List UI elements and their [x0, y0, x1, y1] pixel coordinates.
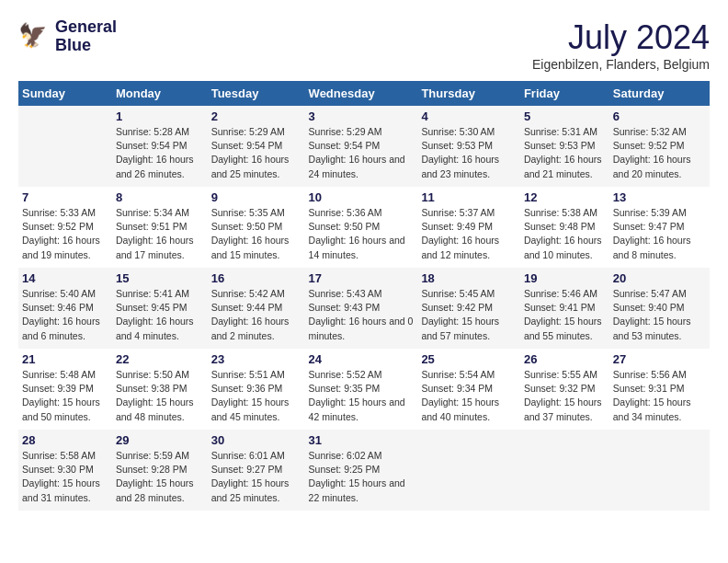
- calendar-cell: 18Sunrise: 5:45 AM Sunset: 9:42 PM Dayli…: [417, 268, 520, 349]
- day-info: Sunrise: 5:41 AM Sunset: 9:45 PM Dayligh…: [116, 287, 204, 343]
- calendar-cell: 19Sunrise: 5:46 AM Sunset: 9:41 PM Dayli…: [520, 268, 609, 349]
- day-number: 20: [613, 271, 706, 285]
- day-info: Sunrise: 5:52 AM Sunset: 9:35 PM Dayligh…: [309, 368, 415, 424]
- day-info: Sunrise: 5:55 AM Sunset: 9:32 PM Dayligh…: [524, 368, 606, 424]
- calendar-cell: [417, 430, 520, 511]
- weekday-header-thursday: Thursday: [417, 81, 520, 106]
- title-block: July 2024 Eigenbilzen, Flanders, Belgium: [532, 18, 710, 72]
- calendar-cell: 20Sunrise: 5:47 AM Sunset: 9:40 PM Dayli…: [609, 268, 710, 349]
- day-info: Sunrise: 5:34 AM Sunset: 9:51 PM Dayligh…: [116, 206, 204, 262]
- day-number: 10: [309, 190, 415, 204]
- location: Eigenbilzen, Flanders, Belgium: [532, 57, 710, 72]
- day-info: Sunrise: 5:30 AM Sunset: 9:53 PM Dayligh…: [421, 125, 517, 181]
- svg-text:🦅: 🦅: [18, 21, 48, 50]
- calendar-cell: 4Sunrise: 5:30 AM Sunset: 9:53 PM Daylig…: [417, 106, 520, 187]
- day-number: 19: [524, 271, 606, 285]
- day-info: Sunrise: 5:35 AM Sunset: 9:50 PM Dayligh…: [211, 206, 301, 262]
- calendar-cell: 27Sunrise: 5:56 AM Sunset: 9:31 PM Dayli…: [609, 349, 710, 430]
- day-number: 11: [421, 190, 517, 204]
- day-number: 27: [613, 352, 706, 366]
- calendar-cell: 25Sunrise: 5:54 AM Sunset: 9:34 PM Dayli…: [417, 349, 520, 430]
- day-number: 24: [309, 352, 415, 366]
- day-info: Sunrise: 5:37 AM Sunset: 9:49 PM Dayligh…: [421, 206, 517, 262]
- day-number: 6: [613, 109, 706, 123]
- calendar-cell: 17Sunrise: 5:43 AM Sunset: 9:43 PM Dayli…: [305, 268, 418, 349]
- calendar-cell: 21Sunrise: 5:48 AM Sunset: 9:39 PM Dayli…: [18, 349, 112, 430]
- day-info: Sunrise: 5:50 AM Sunset: 9:38 PM Dayligh…: [116, 368, 204, 424]
- calendar-cell: 12Sunrise: 5:38 AM Sunset: 9:48 PM Dayli…: [520, 187, 609, 268]
- weekday-header-sunday: Sunday: [18, 81, 112, 106]
- calendar-cell: 31Sunrise: 6:02 AM Sunset: 9:25 PM Dayli…: [305, 430, 418, 511]
- day-number: 16: [211, 271, 301, 285]
- calendar-cell: [18, 106, 112, 187]
- calendar-cell: 3Sunrise: 5:29 AM Sunset: 9:54 PM Daylig…: [305, 106, 418, 187]
- day-number: 17: [309, 271, 415, 285]
- calendar-cell: 13Sunrise: 5:39 AM Sunset: 9:47 PM Dayli…: [609, 187, 710, 268]
- week-row-2: 7Sunrise: 5:33 AM Sunset: 9:52 PM Daylig…: [18, 187, 710, 268]
- calendar-cell: [520, 430, 609, 511]
- day-number: 5: [524, 109, 606, 123]
- day-number: 9: [211, 190, 301, 204]
- day-number: 26: [524, 352, 606, 366]
- day-info: Sunrise: 5:51 AM Sunset: 9:36 PM Dayligh…: [211, 368, 301, 424]
- page-header: 🦅 General Blue July 2024 Eigenbilzen, Fl…: [18, 18, 710, 72]
- calendar-table: SundayMondayTuesdayWednesdayThursdayFrid…: [18, 81, 710, 511]
- weekday-header-wednesday: Wednesday: [305, 81, 418, 106]
- weekday-header-friday: Friday: [520, 81, 609, 106]
- calendar-cell: 16Sunrise: 5:42 AM Sunset: 9:44 PM Dayli…: [208, 268, 305, 349]
- day-info: Sunrise: 5:28 AM Sunset: 9:54 PM Dayligh…: [116, 125, 204, 181]
- day-info: Sunrise: 5:32 AM Sunset: 9:52 PM Dayligh…: [613, 125, 706, 181]
- day-number: 4: [421, 109, 517, 123]
- month-year: July 2024: [532, 18, 710, 57]
- calendar-cell: [609, 430, 710, 511]
- calendar-cell: 10Sunrise: 5:36 AM Sunset: 9:50 PM Dayli…: [305, 187, 418, 268]
- day-info: Sunrise: 6:02 AM Sunset: 9:25 PM Dayligh…: [309, 449, 415, 505]
- calendar-cell: 28Sunrise: 5:58 AM Sunset: 9:30 PM Dayli…: [18, 430, 112, 511]
- day-number: 31: [309, 433, 415, 447]
- day-info: Sunrise: 5:33 AM Sunset: 9:52 PM Dayligh…: [22, 206, 108, 262]
- day-number: 25: [421, 352, 517, 366]
- day-info: Sunrise: 5:29 AM Sunset: 9:54 PM Dayligh…: [211, 125, 301, 181]
- calendar-cell: 14Sunrise: 5:40 AM Sunset: 9:46 PM Dayli…: [18, 268, 112, 349]
- day-number: 28: [22, 433, 108, 447]
- calendar-cell: 6Sunrise: 5:32 AM Sunset: 9:52 PM Daylig…: [609, 106, 710, 187]
- day-info: Sunrise: 5:46 AM Sunset: 9:41 PM Dayligh…: [524, 287, 606, 343]
- calendar-cell: 5Sunrise: 5:31 AM Sunset: 9:53 PM Daylig…: [520, 106, 609, 187]
- calendar-cell: 7Sunrise: 5:33 AM Sunset: 9:52 PM Daylig…: [18, 187, 112, 268]
- day-info: Sunrise: 5:59 AM Sunset: 9:28 PM Dayligh…: [116, 449, 204, 505]
- day-number: 7: [22, 190, 108, 204]
- day-info: Sunrise: 5:40 AM Sunset: 9:46 PM Dayligh…: [22, 287, 108, 343]
- day-info: Sunrise: 5:38 AM Sunset: 9:48 PM Dayligh…: [524, 206, 606, 262]
- calendar-cell: 1Sunrise: 5:28 AM Sunset: 9:54 PM Daylig…: [112, 106, 208, 187]
- week-row-3: 14Sunrise: 5:40 AM Sunset: 9:46 PM Dayli…: [18, 268, 710, 349]
- day-info: Sunrise: 5:43 AM Sunset: 9:43 PM Dayligh…: [309, 287, 415, 343]
- day-info: Sunrise: 5:48 AM Sunset: 9:39 PM Dayligh…: [22, 368, 108, 424]
- calendar-cell: 22Sunrise: 5:50 AM Sunset: 9:38 PM Dayli…: [112, 349, 208, 430]
- day-info: Sunrise: 5:58 AM Sunset: 9:30 PM Dayligh…: [22, 449, 108, 505]
- logo-text: General Blue: [55, 18, 117, 55]
- day-info: Sunrise: 5:39 AM Sunset: 9:47 PM Dayligh…: [613, 206, 706, 262]
- day-info: Sunrise: 5:54 AM Sunset: 9:34 PM Dayligh…: [421, 368, 517, 424]
- day-number: 2: [211, 109, 301, 123]
- day-number: 29: [116, 433, 204, 447]
- weekday-header-row: SundayMondayTuesdayWednesdayThursdayFrid…: [18, 81, 710, 106]
- calendar-cell: 23Sunrise: 5:51 AM Sunset: 9:36 PM Dayli…: [208, 349, 305, 430]
- calendar-cell: 15Sunrise: 5:41 AM Sunset: 9:45 PM Dayli…: [112, 268, 208, 349]
- day-info: Sunrise: 5:56 AM Sunset: 9:31 PM Dayligh…: [613, 368, 706, 424]
- day-number: 12: [524, 190, 606, 204]
- day-number: 18: [421, 271, 517, 285]
- weekday-header-monday: Monday: [112, 81, 208, 106]
- logo: 🦅 General Blue: [18, 18, 117, 55]
- day-info: Sunrise: 5:31 AM Sunset: 9:53 PM Dayligh…: [524, 125, 606, 181]
- day-info: Sunrise: 5:42 AM Sunset: 9:44 PM Dayligh…: [211, 287, 301, 343]
- day-info: Sunrise: 5:36 AM Sunset: 9:50 PM Dayligh…: [309, 206, 415, 262]
- week-row-4: 21Sunrise: 5:48 AM Sunset: 9:39 PM Dayli…: [18, 349, 710, 430]
- day-number: 30: [211, 433, 301, 447]
- day-info: Sunrise: 5:29 AM Sunset: 9:54 PM Dayligh…: [309, 125, 415, 181]
- calendar-cell: 30Sunrise: 6:01 AM Sunset: 9:27 PM Dayli…: [208, 430, 305, 511]
- day-info: Sunrise: 5:45 AM Sunset: 9:42 PM Dayligh…: [421, 287, 517, 343]
- calendar-cell: 9Sunrise: 5:35 AM Sunset: 9:50 PM Daylig…: [208, 187, 305, 268]
- day-number: 3: [309, 109, 415, 123]
- day-number: 14: [22, 271, 108, 285]
- day-number: 23: [211, 352, 301, 366]
